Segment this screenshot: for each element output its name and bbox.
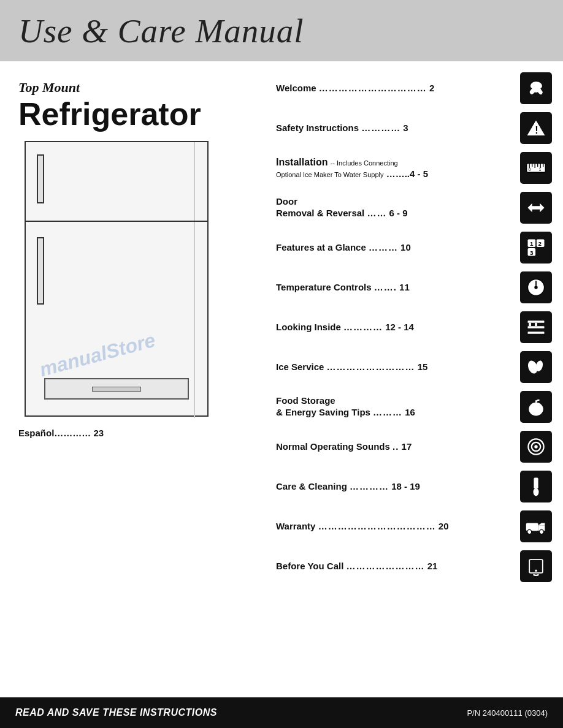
fridge-drawer-handle xyxy=(92,387,141,392)
left-column: Top Mount Refrigerator manualStore Españ… xyxy=(0,61,264,710)
svg-marker-12 xyxy=(528,203,545,212)
toc-icon-safety: ! xyxy=(518,112,554,144)
footer-right-text: P/N 240400111 (0304) xyxy=(467,708,548,718)
toc-column: Welcome …………………………… 2 Safety Instruction… xyxy=(264,61,563,710)
toc-label-food_storage: Food Storage& Energy Saving Tips ……… 16 xyxy=(276,395,518,419)
toc-entry-sounds: Normal Operating Sounds .. 17 xyxy=(276,429,554,464)
espanol-label: Español xyxy=(18,428,54,438)
espanol-line: Español………… 23 xyxy=(18,428,251,438)
toc-label-safety: Safety Instructions ………… 3 xyxy=(276,123,518,134)
toc-entry-door: DoorRemoval & Reversal …… 6 - 9 xyxy=(276,190,554,226)
toc-label-installation: Installation -- Includes ConnectingOptio… xyxy=(276,156,518,180)
svg-text:0: 0 xyxy=(528,167,530,172)
svg-point-20 xyxy=(534,286,537,289)
svg-text:1: 1 xyxy=(539,167,542,172)
svg-point-34 xyxy=(534,445,537,448)
toc-entry-ice_service: Ice Service ……………………… 15 xyxy=(276,349,554,385)
toc-label-before_call: Before You Call …………………… 21 xyxy=(276,561,518,572)
toc-label-ice_service: Ice Service ……………………… 15 xyxy=(276,362,518,373)
toc-icon-sounds xyxy=(518,431,554,463)
svg-point-40 xyxy=(535,569,537,572)
toc-spacer-12 xyxy=(276,586,554,588)
svg-rect-27 xyxy=(535,323,537,326)
fridge-drawer xyxy=(44,378,189,400)
toc-icon-food_storage xyxy=(518,391,554,423)
fridge-top xyxy=(26,142,207,222)
manual-title: Use & Care Manual xyxy=(18,13,304,50)
fridge-handle-bottom xyxy=(37,237,44,305)
toc-icon-features: 1 2 3 xyxy=(518,232,554,264)
toc-entry-welcome: Welcome …………………………… 2 xyxy=(276,70,554,106)
toc-label-warranty: Warranty ……………………………… 20 xyxy=(276,521,518,533)
svg-rect-26 xyxy=(529,323,531,326)
toc-icon-warranty xyxy=(518,510,554,542)
svg-point-38 xyxy=(527,529,532,534)
fridge-inner-line-top xyxy=(194,142,195,221)
toc-label-door: DoorRemoval & Reversal …… 6 - 9 xyxy=(276,196,518,219)
toc-icon-temperature xyxy=(518,271,554,303)
svg-point-36 xyxy=(534,488,539,496)
toc-icon-door xyxy=(518,192,554,224)
svg-text:3: 3 xyxy=(530,249,534,256)
toc-label-sounds: Normal Operating Sounds .. 17 xyxy=(276,441,518,453)
toc-label-features: Features at a Glance ……… 10 xyxy=(276,242,518,254)
espanol-dots: ………… xyxy=(54,428,91,438)
toc-entry-installation: Installation -- Includes ConnectingOptio… xyxy=(276,150,554,186)
toc-entry-before_call: Before You Call …………………… 21 xyxy=(276,548,554,584)
svg-rect-37 xyxy=(526,523,538,531)
toc-entry-warranty: Warranty ……………………………… 20 xyxy=(276,509,554,544)
fridge-handle-top xyxy=(37,154,44,203)
svg-rect-23 xyxy=(528,320,545,323)
svg-rect-25 xyxy=(528,332,545,334)
fridge-illustration: manualStore xyxy=(25,141,209,417)
toc-icon-installation: 0 1 xyxy=(518,152,554,184)
espanol-page: 23 xyxy=(94,428,104,438)
svg-rect-35 xyxy=(534,478,538,489)
svg-point-39 xyxy=(539,529,543,534)
toc-icon-before_call xyxy=(518,550,554,582)
toc-icon-looking_inside xyxy=(518,311,554,343)
svg-point-30 xyxy=(529,403,543,416)
toc-icon-ice_service xyxy=(518,351,554,383)
svg-text:2: 2 xyxy=(538,240,542,247)
toc-entry-temperature: Temperature Controls ……. 11 xyxy=(276,270,554,305)
toc-entry-safety: Safety Instructions ………… 3 ! xyxy=(276,110,554,146)
svg-rect-24 xyxy=(528,326,545,328)
fridge-inner-line-bottom xyxy=(194,222,195,418)
svg-text:!: ! xyxy=(535,124,538,135)
toc-label-looking_inside: Looking Inside ………… 12 - 14 xyxy=(276,322,518,333)
toc-icon-cleaning xyxy=(518,471,554,502)
main-product-title: Refrigerator xyxy=(18,98,251,130)
toc-entry-looking_inside: Looking Inside ………… 12 - 14 xyxy=(276,309,554,345)
footer: READ AND SAVE THESE INSTRUCTIONS P/N 240… xyxy=(0,697,563,728)
toc-icon-welcome xyxy=(518,72,554,104)
footer-left-text: READ AND SAVE THESE INSTRUCTIONS xyxy=(15,707,217,718)
fridge-bottom xyxy=(26,222,207,418)
toc-entry-cleaning: Care & Cleaning ………… 18 - 19 xyxy=(276,469,554,504)
subtitle: Top Mount xyxy=(18,80,251,96)
svg-text:1: 1 xyxy=(530,240,534,247)
toc-label-welcome: Welcome …………………………… 2 xyxy=(276,83,518,94)
toc-entry-food_storage: Food Storage& Energy Saving Tips ……… 16 xyxy=(276,389,554,425)
toc-entry-features: Features at a Glance ……… 10 1 2 3 xyxy=(276,230,554,265)
toc-label-temperature: Temperature Controls ……. 11 xyxy=(276,282,518,294)
header: Use & Care Manual xyxy=(0,0,563,61)
toc-label-cleaning: Care & Cleaning ………… 18 - 19 xyxy=(276,481,518,493)
main-content: Top Mount Refrigerator manualStore Españ… xyxy=(0,61,563,710)
